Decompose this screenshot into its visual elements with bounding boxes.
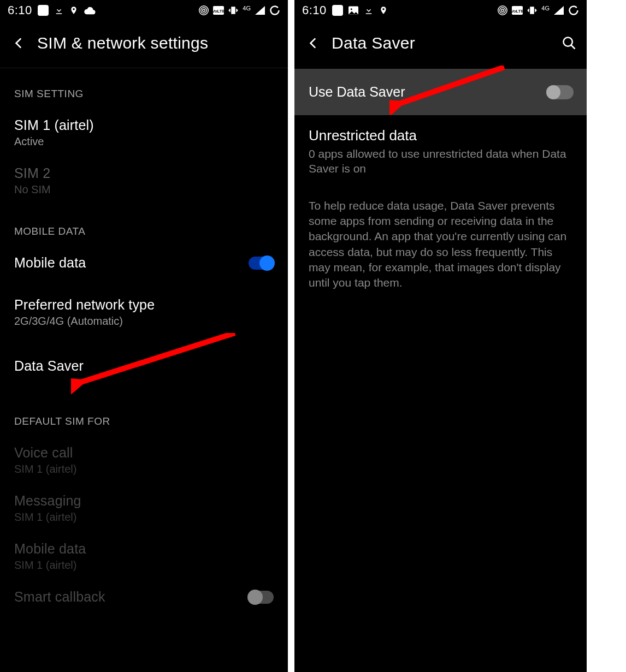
messaging-title: Messaging bbox=[14, 493, 274, 509]
volte-icon: VoLTE bbox=[512, 6, 523, 15]
voice-call-item: Voice call SIM 1 (airtel) bbox=[0, 437, 288, 485]
status-left: 6:10 bbox=[302, 3, 388, 17]
cast-icon bbox=[199, 5, 209, 15]
cast-icon bbox=[498, 5, 507, 15]
sim2-title: SIM 2 bbox=[14, 165, 274, 181]
use-data-saver-label: Use Data Saver bbox=[309, 84, 405, 100]
svg-point-0 bbox=[203, 9, 205, 12]
help-text: To help reduce data usage, Data Saver pr… bbox=[294, 176, 587, 291]
gallery-icon bbox=[349, 6, 358, 15]
download-icon bbox=[54, 5, 64, 15]
signal-icon bbox=[554, 6, 564, 15]
status-left: 6:10 bbox=[8, 3, 96, 17]
sim2-subtitle: No SIM bbox=[14, 183, 274, 196]
location-icon bbox=[69, 5, 78, 15]
status-bar: 6:10 VoLTE 4G bbox=[294, 0, 587, 21]
cloud-icon bbox=[84, 6, 96, 15]
svg-point-1 bbox=[201, 8, 207, 14]
messaging-subtitle: SIM 1 (airtel) bbox=[14, 511, 274, 524]
unrestricted-item[interactable]: Unrestricted data 0 apps allowed to use … bbox=[294, 115, 587, 176]
section-mobile-data: MOBILE DATA bbox=[0, 206, 288, 247]
content: SIM SETTING SIM 1 (airtel) Active SIM 2 … bbox=[0, 68, 288, 615]
voice-call-title: Voice call bbox=[14, 445, 274, 461]
data-saver-title: Data Saver bbox=[14, 358, 274, 374]
pref-network-title: Preferred network type bbox=[14, 297, 274, 313]
signal-icon bbox=[255, 6, 265, 15]
loading-icon bbox=[568, 5, 579, 16]
section-sim-setting: SIM SETTING bbox=[0, 68, 288, 110]
header: Data Saver bbox=[294, 21, 587, 68]
section-default-sim: DEFAULT SIM FOR bbox=[0, 384, 288, 437]
mobile-data-item[interactable]: Mobile data bbox=[0, 247, 288, 281]
sim1-subtitle: Active bbox=[14, 135, 274, 148]
app-icon bbox=[332, 5, 343, 16]
header: SIM & network settings bbox=[0, 21, 288, 68]
sim1-title: SIM 1 (airtel) bbox=[14, 117, 274, 133]
vibrate-icon bbox=[527, 5, 537, 15]
mobile-data2-title: Mobile data bbox=[14, 541, 274, 557]
app-icon bbox=[38, 5, 49, 16]
svg-point-5 bbox=[271, 7, 279, 15]
phone-right: 6:10 VoLTE 4G bbox=[294, 0, 587, 672]
mobile-data2-item: Mobile data SIM 1 (airtel) bbox=[0, 533, 288, 581]
vibrate-icon bbox=[228, 5, 238, 15]
smart-callback-item: Smart callback bbox=[0, 581, 288, 615]
signal-label: 4G bbox=[243, 5, 251, 11]
voice-call-subtitle: SIM 1 (airtel) bbox=[14, 463, 274, 475]
page-title: SIM & network settings bbox=[37, 34, 278, 52]
data-saver-item[interactable]: Data Saver bbox=[0, 337, 288, 384]
back-icon[interactable] bbox=[12, 36, 26, 50]
smart-callback-title: Smart callback bbox=[14, 589, 105, 605]
search-icon[interactable] bbox=[562, 35, 577, 51]
mobile-data-title: Mobile data bbox=[14, 255, 86, 271]
svg-point-10 bbox=[500, 8, 506, 14]
svg-point-14 bbox=[570, 7, 578, 15]
svg-text:VoLTE: VoLTE bbox=[512, 9, 523, 14]
use-data-saver-toggle[interactable] bbox=[546, 85, 574, 99]
signal-label: 4G bbox=[541, 5, 550, 11]
svg-point-9 bbox=[501, 9, 504, 12]
clock: 6:10 bbox=[8, 3, 32, 17]
status-bar: 6:10 VoLTE 4G bbox=[0, 0, 288, 21]
pref-network-item[interactable]: Preferred network type 2G/3G/4G (Automat… bbox=[0, 281, 288, 337]
svg-point-8 bbox=[351, 8, 352, 10]
mobile-data2-subtitle: SIM 1 (airtel) bbox=[14, 559, 274, 572]
clock: 6:10 bbox=[302, 3, 327, 17]
status-right: VoLTE 4G bbox=[498, 5, 579, 16]
sim2-item: SIM 2 No SIM bbox=[0, 158, 288, 206]
svg-line-16 bbox=[571, 45, 575, 49]
svg-point-15 bbox=[564, 38, 572, 46]
page-title: Data Saver bbox=[332, 34, 551, 52]
mobile-data-toggle[interactable] bbox=[249, 257, 274, 270]
sim1-item[interactable]: SIM 1 (airtel) Active bbox=[0, 110, 288, 158]
svg-text:VoLTE: VoLTE bbox=[213, 9, 224, 14]
volte-icon: VoLTE bbox=[213, 6, 224, 15]
smart-callback-toggle bbox=[249, 591, 274, 604]
status-right: VoLTE 4G bbox=[199, 5, 280, 16]
loading-icon bbox=[269, 5, 280, 16]
back-icon[interactable] bbox=[306, 36, 321, 50]
download-icon bbox=[364, 5, 374, 15]
messaging-item: Messaging SIM 1 (airtel) bbox=[0, 485, 288, 533]
phone-left: 6:10 VoLTE 4G bbox=[0, 0, 288, 672]
unrestricted-subtitle: 0 apps allowed to use unrestricted data … bbox=[309, 146, 575, 176]
use-data-saver-row[interactable]: Use Data Saver bbox=[294, 69, 587, 115]
unrestricted-title: Unrestricted data bbox=[309, 127, 575, 144]
location-icon bbox=[379, 5, 388, 15]
pref-network-subtitle: 2G/3G/4G (Automatic) bbox=[14, 315, 274, 328]
